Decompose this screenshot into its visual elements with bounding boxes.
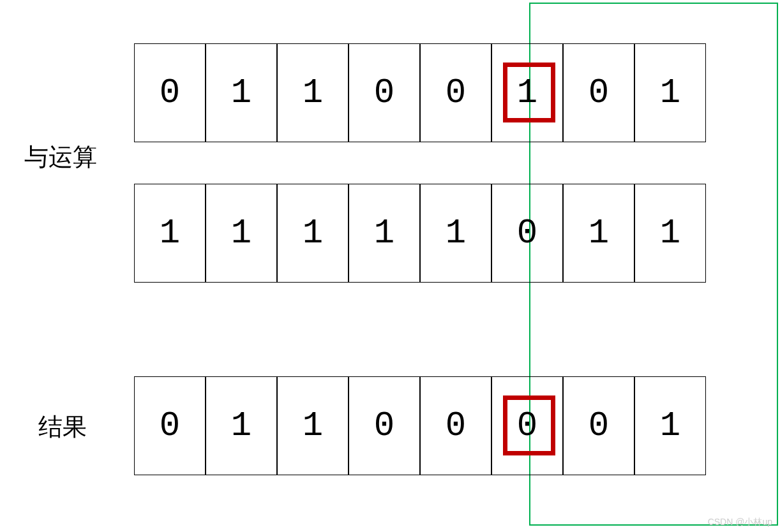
bit-cell: 0 bbox=[420, 43, 491, 142]
operand2-row: 1 1 1 1 1 0 1 1 bbox=[134, 184, 706, 283]
bit-cell: 1 bbox=[634, 376, 706, 475]
label-and-operation: 与运算 bbox=[24, 141, 97, 174]
bit-cell: 0 bbox=[349, 376, 420, 475]
bit-cell: 1 bbox=[206, 43, 277, 142]
bit-cell: 1 bbox=[134, 184, 206, 283]
bit-cell: 1 bbox=[634, 43, 706, 142]
bit-cell: 0 bbox=[420, 376, 491, 475]
bit-cell: 0 bbox=[491, 376, 563, 475]
diagram-container: 与运算 0 1 1 0 0 1 0 1 1 1 1 1 1 0 1 1 结果 0… bbox=[0, 0, 780, 532]
bit-cell: 1 bbox=[563, 184, 634, 283]
bit-cell: 1 bbox=[206, 376, 277, 475]
bit-cell: 1 bbox=[277, 184, 349, 283]
bit-cell: 0 bbox=[134, 376, 206, 475]
operand1-row: 0 1 1 0 0 1 0 1 bbox=[134, 43, 706, 142]
bit-cell: 0 bbox=[491, 184, 563, 283]
bit-cell: 0 bbox=[563, 43, 634, 142]
bit-cell: 0 bbox=[563, 376, 634, 475]
bit-cell: 1 bbox=[277, 376, 349, 475]
label-result: 结果 bbox=[38, 411, 87, 443]
bit-cell: 0 bbox=[134, 43, 206, 142]
watermark-text: CSDN @小林up bbox=[708, 517, 772, 528]
bit-cell: 1 bbox=[491, 43, 563, 142]
result-row: 0 1 1 0 0 0 0 1 bbox=[134, 376, 706, 475]
bit-cell: 1 bbox=[277, 43, 349, 142]
bit-cell: 1 bbox=[634, 184, 706, 283]
bit-cell: 1 bbox=[349, 184, 420, 283]
bit-cell: 0 bbox=[349, 43, 420, 142]
bit-cell: 1 bbox=[420, 184, 491, 283]
bit-cell: 1 bbox=[206, 184, 277, 283]
